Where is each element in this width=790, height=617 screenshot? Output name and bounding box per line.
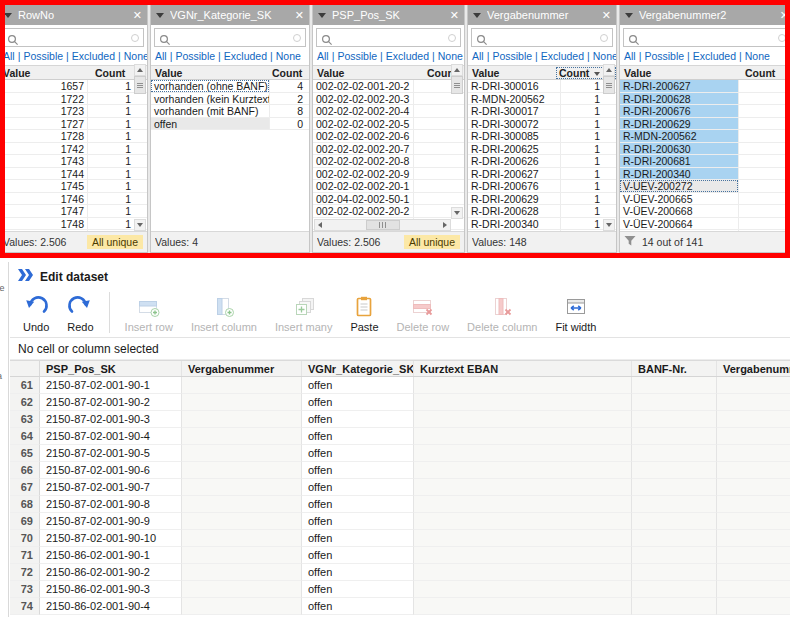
clear-search-icon[interactable] [131, 34, 139, 42]
cell-banf[interactable] [632, 581, 717, 598]
filter-value[interactable]: 1744 [5, 168, 87, 180]
cell-banf[interactable] [632, 462, 717, 479]
search-input[interactable] [492, 32, 596, 43]
filter-panel-titlebar[interactable]: RowNo✕ [5, 5, 147, 25]
row-number[interactable]: 66 [10, 462, 40, 479]
filter-value-row[interactable]: 17461 [5, 193, 147, 206]
cell-kurz[interactable] [414, 445, 632, 462]
value-column-header[interactable]: Value [468, 67, 556, 79]
filter-link-excluded[interactable]: Excluded [386, 50, 429, 62]
filter-value[interactable]: 002-02-02-002-20-5 [313, 118, 413, 130]
filter-value[interactable]: R-MDN-200562 [620, 130, 738, 142]
filter-value[interactable]: vorhanden (ohne BANF) [151, 80, 269, 92]
undo-button[interactable]: Undo [14, 288, 58, 337]
search-input[interactable] [644, 32, 774, 43]
scroll-down-icon[interactable] [603, 219, 615, 231]
cell-kurz[interactable] [414, 564, 632, 581]
row-number[interactable]: 72 [10, 564, 40, 581]
cell-kat[interactable]: offen [302, 513, 414, 530]
filter-value[interactable]: 1746 [5, 193, 87, 205]
cell-psp[interactable]: 2150-87-02-001-90-9 [40, 513, 182, 530]
filter-value-row[interactable]: R-DRI-2006761 [468, 180, 616, 193]
cell-psp[interactable]: 2150-87-02-001-90-8 [40, 496, 182, 513]
filter-value[interactable]: V-ÜEV-200665 [620, 193, 738, 205]
vertical-scrollbar[interactable] [603, 64, 615, 231]
filter-value[interactable]: 002-02-02-002-20-2 [313, 205, 413, 217]
filter-link-excluded[interactable]: Excluded [224, 50, 267, 62]
filter-value[interactable]: 002-02-02-002-20-3 [313, 93, 413, 105]
filter-value-row[interactable]: R-DRI-200630 [620, 143, 785, 156]
cell-verg2[interactable] [717, 377, 790, 394]
filter-value[interactable]: R-DRI-200681 [468, 230, 560, 231]
cell-verg2[interactable] [717, 496, 790, 513]
filter-value-row[interactable]: vorhanden (kein Kurztext)2 [151, 93, 309, 106]
filter-value-row[interactable]: 002-02-02-002-20-3 [313, 93, 464, 106]
row-number-header[interactable] [10, 361, 40, 376]
filter-value[interactable]: 002-02-02-002-20-9 [313, 168, 413, 180]
cell-verg2[interactable] [717, 479, 790, 496]
filter-value-row[interactable]: 17481 [5, 218, 147, 231]
scroll-right-icon[interactable] [443, 222, 447, 228]
cell-kat[interactable]: offen [302, 581, 414, 598]
filter-value[interactable]: R-DRI-200628 [620, 93, 738, 105]
filter-value[interactable]: 1722 [5, 93, 87, 105]
paste-button[interactable]: Paste [341, 288, 387, 337]
cell-kurz[interactable] [414, 598, 632, 615]
cell-psp[interactable]: 2150-87-02-001-90-10 [40, 530, 182, 547]
cell-psp[interactable]: 2150-87-02-001-90-6 [40, 462, 182, 479]
filter-value-row[interactable]: R-DRI-3000851 [468, 130, 616, 143]
filter-value-row[interactable]: R-DRI-200340 [620, 168, 785, 181]
filter-link-none[interactable]: None [124, 50, 147, 62]
filter-value-row[interactable]: 17231 [5, 105, 147, 118]
filter-value[interactable]: 002-02-02-002-20-7 [313, 143, 413, 155]
vertical-scrollbar[interactable] [134, 64, 146, 231]
row-number[interactable]: 68 [10, 496, 40, 513]
scrollbar-thumb[interactable] [603, 76, 615, 94]
filter-value[interactable]: R-DRI-200340 [620, 168, 738, 180]
search-box[interactable] [154, 28, 306, 47]
filter-value-row[interactable]: V-ÜEV-200665 [620, 193, 785, 206]
cell-kurz[interactable] [414, 530, 632, 547]
filter-value-row[interactable]: R-DRI-2006251 [468, 143, 616, 156]
filter-value[interactable]: R-DRI-200627 [468, 168, 560, 180]
cell-kurz[interactable] [414, 479, 632, 496]
value-column-header[interactable]: Value [620, 67, 742, 79]
filter-value-row[interactable]: 002-04-02-002-50-1 [313, 193, 464, 206]
cell-verg[interactable] [182, 598, 302, 615]
cell-verg[interactable] [182, 411, 302, 428]
row-number[interactable]: 63 [10, 411, 40, 428]
cell-kurz[interactable] [414, 411, 632, 428]
row-number[interactable]: 64 [10, 428, 40, 445]
filter-value-row[interactable]: R-DRI-2006291 [468, 193, 616, 206]
cell-kat[interactable]: offen [302, 411, 414, 428]
clear-search-icon[interactable] [293, 34, 301, 42]
search-input[interactable] [337, 32, 444, 43]
cell-verg2[interactable] [717, 428, 790, 445]
cell-kurz[interactable] [414, 513, 632, 530]
cell-verg[interactable] [182, 377, 302, 394]
filter-value[interactable]: 1747 [5, 205, 87, 217]
filter-value-row[interactable]: 002-02-02-002-20-6 [313, 130, 464, 143]
filter-value-row[interactable]: 16571 [5, 80, 147, 93]
filter-link-all[interactable]: All [472, 50, 484, 62]
scroll-up-icon[interactable] [134, 64, 146, 76]
filter-value-row[interactable]: V-ÜEV-200633 [620, 230, 785, 231]
cell-psp[interactable]: 2150-86-02-001-90-3 [40, 581, 182, 598]
filter-value-row[interactable]: 002-02-02-001-20-2 [313, 80, 464, 93]
redo-button[interactable]: Redo [58, 288, 102, 337]
filter-value-row[interactable]: 002-02-02-002-20-9 [313, 168, 464, 181]
cell-verg[interactable] [182, 428, 302, 445]
cell-kurz[interactable] [414, 547, 632, 564]
filter-value[interactable]: R-DRI-200629 [468, 193, 560, 205]
row-number[interactable]: 73 [10, 581, 40, 598]
filter-value-row[interactable]: V-UEV-200272 [620, 180, 785, 193]
filter-value[interactable]: 002-02-02-002-20-1 [313, 180, 413, 192]
cell-banf[interactable] [632, 377, 717, 394]
cell-psp[interactable]: 2150-87-02-001-90-5 [40, 445, 182, 462]
cell-banf[interactable] [632, 530, 717, 547]
filter-value-row[interactable]: R-DRI-2003401 [468, 218, 616, 231]
cell-verg2[interactable] [717, 411, 790, 428]
filter-link-excluded[interactable]: Excluded [541, 50, 584, 62]
cell-banf[interactable] [632, 547, 717, 564]
filter-value-row[interactable]: R-DRI-200627 [620, 80, 785, 93]
